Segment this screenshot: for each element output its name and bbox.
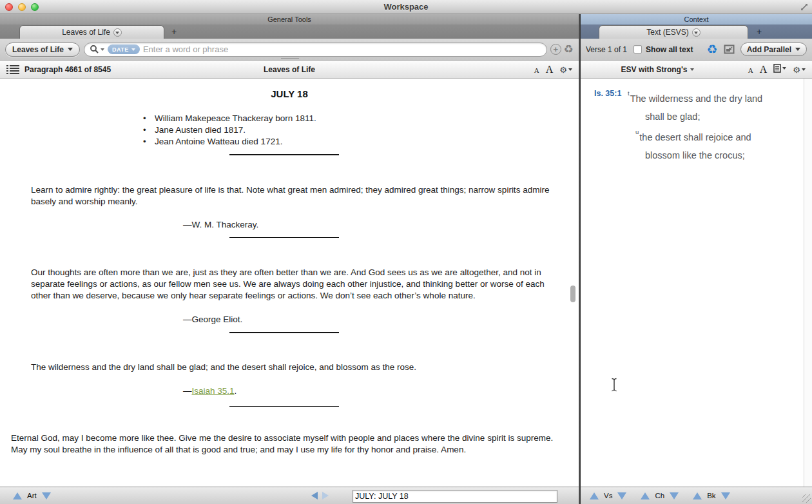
section-divider (229, 237, 339, 238)
text-cursor-pointer (610, 378, 618, 392)
verse-content[interactable]: Is. 35:1 tThe wilderness and the dry lan… (581, 79, 812, 487)
book-step-label: Bk (707, 492, 715, 499)
section-divider (229, 332, 339, 333)
history-back-icon[interactable] (311, 492, 318, 499)
verse-line: tThe wilderness and the dry land (628, 87, 762, 108)
date-token-chevron-icon (131, 48, 135, 51)
increase-font-button[interactable]: A (546, 64, 554, 75)
window-titlebar[interactable]: Workspace (0, 0, 812, 14)
left-scrollbar-thumb[interactable] (570, 286, 575, 302)
search-field[interactable]: DATE (84, 43, 547, 57)
search-icon[interactable] (90, 44, 104, 54)
left-tab-bar: Leaves of Life + (0, 24, 579, 39)
date-search-token[interactable]: DATE (108, 44, 140, 54)
decrease-font-button[interactable]: A (748, 66, 753, 74)
art-step-label: Art (27, 492, 37, 499)
add-parallel-button[interactable]: Add Parallel (740, 43, 807, 56)
new-tab-button[interactable]: + (749, 25, 769, 39)
verse-controls-row: Verse 1 of 1 Show all text ♻ Add Paralle… (581, 39, 812, 61)
quote-attribution: —Isaiah 35.1. (183, 385, 579, 397)
expand-workspace-icon[interactable] (799, 2, 809, 12)
gear-icon[interactable]: ⚙ (559, 65, 572, 75)
sync-context-icon[interactable]: ♻ (707, 43, 718, 55)
decrease-font-button[interactable]: A (534, 66, 539, 74)
anniversary-list: William Makepeace Thackeray born 1811. J… (143, 113, 579, 148)
amplify-icon[interactable] (724, 44, 735, 54)
search-scope-button[interactable]: Leaves of Life (5, 43, 80, 57)
window-title: Workspace (383, 2, 428, 12)
right-bottom-bar: Vs Ch Bk (581, 487, 812, 504)
add-search-term-icon[interactable]: + (550, 44, 561, 55)
verse-reference[interactable]: Is. 35:1 (594, 87, 628, 164)
close-window-icon[interactable] (5, 3, 13, 11)
prayer-paragraph: Eternal God, may I become more like thee… (11, 432, 570, 456)
search-row: Leaves of Life DATE + ♻ (0, 39, 579, 61)
date-token-label: DATE (112, 46, 129, 53)
verse-down-button[interactable] (617, 492, 626, 499)
list-item: Jean Antoine Watteau died 1721. (143, 136, 579, 148)
gear-icon[interactable]: ⚙ (793, 65, 806, 75)
left-bottom-bar: Art (0, 487, 579, 504)
text-version-label: ESV with Strong's (621, 65, 688, 74)
section-divider (229, 154, 339, 155)
list-item: Jane Austen died 1817. (143, 124, 579, 136)
pane-splitter-grip[interactable] (281, 56, 299, 59)
verse-line: shall be glad; (645, 108, 762, 126)
tab-text-esvs[interactable]: Text (ESVS) (599, 25, 748, 39)
verse-line: uthe desert shall rejoice and (635, 126, 762, 146)
quote-paragraph: The wilderness and the dry land shall be… (31, 362, 554, 373)
tab-label: Leaves of Life (62, 28, 110, 37)
attribution-period: . (235, 386, 237, 396)
chapter-up-button[interactable] (641, 492, 650, 499)
quote-attribution: —W. M. Thackeray. (183, 219, 579, 231)
show-all-text-checkbox[interactable] (633, 45, 642, 53)
right-tab-bar: Text (ESVS) + (581, 24, 812, 39)
table-of-contents-icon[interactable] (6, 64, 19, 74)
left-toolbar: Paragraph 4661 of 8545 Leaves of Life A … (0, 61, 579, 79)
verse-up-button[interactable] (590, 492, 599, 499)
gear-glyph: ⚙ (559, 65, 567, 75)
increase-font-button[interactable]: A (760, 64, 768, 75)
tab-leaves-of-life[interactable]: Leaves of Life (19, 25, 164, 39)
search-input[interactable] (143, 44, 541, 54)
display-chevron-icon (782, 67, 786, 70)
chapter-step-label: Ch (655, 492, 664, 499)
tab-label: Text (ESVS) (646, 28, 688, 37)
right-panel-header[interactable]: Context (581, 14, 812, 24)
devotional-content[interactable]: JULY 18 William Makepeace Thackeray born… (0, 79, 579, 487)
quote-attribution: —George Eliot. (183, 314, 579, 325)
art-previous-button[interactable] (13, 492, 22, 499)
attribution-dash: — (183, 386, 192, 396)
art-next-button[interactable] (42, 492, 51, 499)
verse-text: tThe wilderness and the dry land shall b… (628, 87, 762, 164)
search-options-chevron-icon (101, 48, 104, 51)
scripture-link[interactable]: Isaiah 35.1 (192, 386, 235, 396)
gear-glyph: ⚙ (793, 65, 800, 75)
text-version-selector[interactable]: ESV with Strong's (581, 65, 735, 74)
go-to-entry-field[interactable] (353, 490, 557, 503)
book-up-button[interactable] (693, 492, 702, 499)
minimize-window-icon[interactable] (18, 3, 26, 11)
paragraph-counter: Paragraph 4661 of 8545 (24, 65, 111, 74)
chapter-down-button[interactable] (670, 492, 679, 499)
gear-chevron-icon (802, 68, 806, 71)
quote-paragraph: Our thoughts are often more than we are,… (31, 267, 554, 302)
tab-dropdown-icon[interactable] (113, 28, 122, 37)
tab-dropdown-icon[interactable] (692, 28, 701, 37)
left-panel-header[interactable]: General Tools (0, 14, 579, 24)
list-item: William Makepeace Thackeray born 1811. (143, 113, 579, 124)
right-scrollbar-track[interactable] (804, 79, 812, 487)
verse-line: blossom like the crocus; (645, 146, 762, 164)
display-settings-icon[interactable] (773, 64, 786, 73)
zoom-window-icon[interactable] (31, 3, 39, 11)
update-search-icon[interactable]: ♻ (564, 44, 574, 55)
gear-chevron-icon (568, 68, 572, 71)
workspace-window: Workspace General Tools Leaves of Life +… (0, 0, 812, 504)
right-toolbar: ESV with Strong's A A ⚙ (581, 61, 812, 79)
general-tools-panel: General Tools Leaves of Life + Leaves of… (0, 14, 579, 504)
window-resize-grip[interactable] (802, 494, 811, 503)
show-all-text-label: Show all text (646, 45, 693, 54)
book-down-button[interactable] (721, 492, 730, 499)
new-tab-button[interactable]: + (164, 25, 184, 39)
history-forward-icon[interactable] (322, 492, 329, 499)
